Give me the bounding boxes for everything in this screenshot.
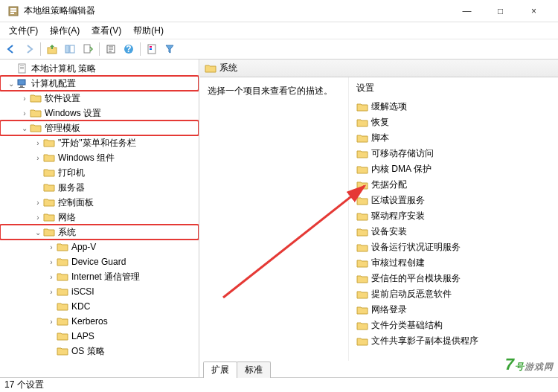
- menu-view[interactable]: 查看(V): [86, 23, 127, 39]
- minimize-button[interactable]: —: [450, 0, 484, 22]
- tree-item[interactable]: 打印机: [0, 165, 199, 180]
- list-item[interactable]: 审核过程创建: [349, 255, 558, 271]
- tree-item[interactable]: ⌄系统: [0, 225, 199, 240]
- tree-item[interactable]: ›Kerberos: [0, 314, 199, 329]
- list-item[interactable]: 缓解选项: [349, 99, 558, 115]
- tree-item[interactable]: 服务器: [0, 180, 199, 195]
- list-item-label: 审核过程创建: [371, 257, 425, 269]
- tree-item[interactable]: ›iSCSI: [0, 284, 199, 299]
- tree-item[interactable]: ›控制面板: [0, 195, 199, 210]
- expander-closed-icon[interactable]: ›: [46, 243, 57, 251]
- tree-item[interactable]: ›Windows 设置: [0, 106, 199, 121]
- tree-item[interactable]: ›"开始"菜单和任务栏: [0, 135, 199, 150]
- folder-icon: [356, 149, 368, 159]
- expander-open-icon[interactable]: ⌄: [19, 124, 30, 132]
- list-item[interactable]: 网络登录: [349, 302, 558, 318]
- list-item-label: 受信任的平台模块服务: [371, 272, 461, 285]
- tree-item[interactable]: KDC: [0, 299, 199, 314]
- export-button[interactable]: [80, 41, 96, 57]
- list-item[interactable]: 设备安装: [349, 224, 558, 240]
- menu-help[interactable]: 帮助(H): [127, 23, 170, 39]
- list-item-label: 文件分类基础结构: [371, 319, 443, 332]
- folder-icon: [57, 257, 68, 267]
- forward-button[interactable]: [21, 41, 37, 57]
- folder-icon: [356, 274, 368, 284]
- menu-action[interactable]: 操作(A): [44, 23, 86, 39]
- list-item-label: 文件共享影子副本提供程序: [371, 335, 478, 347]
- svg-rect-13: [150, 48, 152, 50]
- folder-icon: [57, 242, 68, 252]
- tree-item[interactable]: OS 策略: [0, 344, 199, 359]
- right-header-title: 系统: [219, 62, 237, 74]
- toolbar-separator: [99, 42, 100, 56]
- expander-closed-icon[interactable]: ›: [46, 288, 57, 296]
- list-item-label: 脚本: [371, 132, 389, 144]
- tree-item[interactable]: LAPS: [0, 329, 199, 344]
- tree-panel[interactable]: 本地计算机 策略⌄计算机配置›软件设置›Windows 设置⌄管理模板›"开始"…: [0, 60, 199, 377]
- list-item[interactable]: 区域设置服务: [349, 193, 558, 208]
- list-item-label: 凭据分配: [371, 179, 407, 191]
- folder-icon: [356, 242, 368, 253]
- up-button[interactable]: [44, 41, 60, 57]
- filter-button[interactable]: [161, 41, 178, 57]
- list-item[interactable]: 提前启动反恶意软件: [349, 286, 558, 302]
- tree-item[interactable]: ⌄管理模板: [0, 121, 199, 135]
- folder-icon: [43, 212, 55, 222]
- tree-item-label: 软件设置: [45, 92, 80, 105]
- list-item[interactable]: 脚本: [349, 130, 558, 146]
- expander-closed-icon[interactable]: ›: [33, 199, 43, 207]
- expander-closed-icon[interactable]: ›: [19, 94, 30, 103]
- back-button[interactable]: [3, 41, 19, 57]
- list-item[interactable]: 设备运行状况证明服务: [349, 240, 558, 255]
- list-item[interactable]: 恢复: [349, 115, 558, 130]
- tree-item[interactable]: ›网络: [0, 210, 199, 225]
- show-hide-button[interactable]: [62, 41, 78, 57]
- tree-item-label: 计算机配置: [31, 77, 76, 90]
- expander-closed-icon[interactable]: ›: [46, 318, 57, 326]
- list-item-label: 设备运行状况证明服务: [371, 241, 461, 254]
- expander-open-icon[interactable]: ⌄: [6, 80, 16, 88]
- tree-item-label: Internet 通信管理: [71, 271, 140, 283]
- expander-closed-icon[interactable]: ›: [33, 154, 43, 162]
- tree-item[interactable]: 本地计算机 策略: [0, 61, 199, 76]
- help-button[interactable]: ?: [121, 41, 137, 57]
- maximize-button[interactable]: □: [484, 0, 517, 22]
- toolbar-separator: [140, 42, 141, 56]
- folder-icon: [356, 258, 368, 269]
- expander-closed-icon[interactable]: ›: [46, 258, 57, 266]
- tab-standard[interactable]: 标准: [237, 362, 271, 378]
- menu-file[interactable]: 文件(F): [3, 23, 44, 39]
- window-title: 本地组策略编辑器: [24, 4, 450, 17]
- list-item[interactable]: 内核 DMA 保护: [349, 161, 558, 177]
- list-item-label: 网络登录: [371, 303, 407, 316]
- tree-item[interactable]: ⌄计算机配置: [0, 76, 199, 91]
- list-column[interactable]: 设置 缓解选项恢复脚本可移动存储访问内核 DMA 保护凭据分配区域设置服务驱动程…: [349, 77, 558, 361]
- list-item[interactable]: 文件分类基础结构: [349, 318, 558, 333]
- tree-item[interactable]: ›App-V: [0, 240, 199, 254]
- status-text: 17 个设置: [4, 379, 44, 391]
- expander-closed-icon[interactable]: ›: [33, 139, 43, 147]
- close-button[interactable]: ×: [517, 0, 551, 22]
- expander-closed-icon[interactable]: ›: [33, 213, 43, 222]
- list-item-label: 驱动程序安装: [371, 210, 425, 222]
- folder-icon: [356, 102, 368, 112]
- expander-closed-icon[interactable]: ›: [46, 273, 57, 281]
- properties-button[interactable]: [144, 41, 160, 57]
- svg-rect-2: [10, 10, 16, 12]
- list-item[interactable]: 凭据分配: [349, 177, 558, 193]
- expander-open-icon[interactable]: ⌄: [33, 228, 43, 237]
- refresh-button[interactable]: [103, 41, 119, 57]
- tree-item[interactable]: ›Device Guard: [0, 254, 199, 269]
- list-item-label: 提前启动反恶意软件: [371, 288, 452, 301]
- list-item[interactable]: 可移动存储访问: [349, 146, 558, 161]
- tree-item[interactable]: ›Internet 通信管理: [0, 269, 199, 284]
- list-item[interactable]: 驱动程序安装: [349, 208, 558, 224]
- svg-rect-1: [10, 8, 16, 10]
- list-item[interactable]: 文件共享影子副本提供程序: [349, 333, 558, 349]
- tree-item[interactable]: ›软件设置: [0, 91, 199, 106]
- svg-rect-20: [19, 87, 25, 88]
- tree-item[interactable]: ›Windows 组件: [0, 150, 199, 165]
- tab-extended[interactable]: 扩展: [203, 362, 237, 378]
- expander-closed-icon[interactable]: ›: [19, 109, 30, 118]
- list-item[interactable]: 受信任的平台模块服务: [349, 271, 558, 286]
